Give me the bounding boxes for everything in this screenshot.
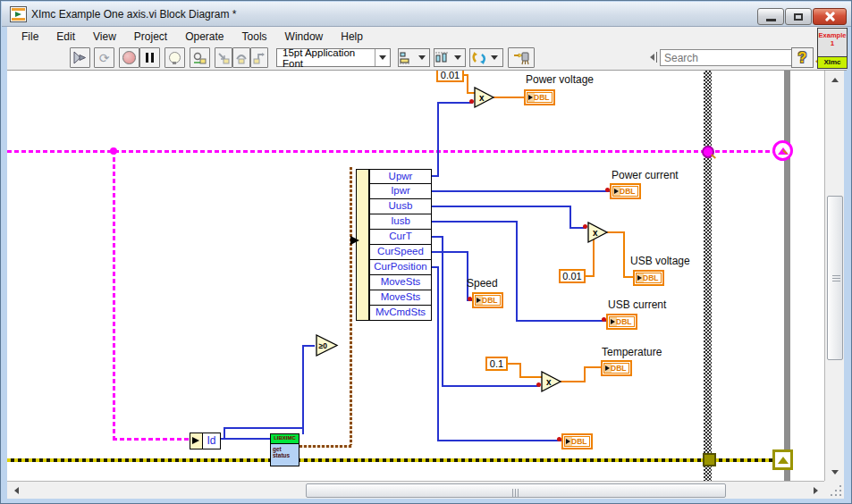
search-input[interactable] xyxy=(661,52,806,64)
menu-help[interactable]: Help xyxy=(332,29,372,45)
wire-usb-scale[interactable] xyxy=(593,239,595,277)
wire-usb-voltage-out[interactable] xyxy=(623,276,633,278)
wire-error-olive[interactable] xyxy=(7,458,776,462)
wire-curspeed[interactable] xyxy=(432,251,468,253)
constant-usb-scale[interactable]: 0.01 xyxy=(559,269,586,283)
menu-tools[interactable]: Tools xyxy=(233,29,276,45)
wire-device-id[interactable] xyxy=(302,345,315,347)
horizontal-scrollbar-thumb[interactable] xyxy=(306,483,726,498)
magenta-tunnel[interactable] xyxy=(702,146,714,158)
wire-ipwr[interactable] xyxy=(432,190,610,192)
wire-power-scale[interactable] xyxy=(467,74,468,94)
indicator-label[interactable]: Power current xyxy=(612,169,679,181)
wire-device-id[interactable] xyxy=(302,345,304,434)
unbundle-field[interactable]: CurT xyxy=(369,230,432,245)
menu-edit[interactable]: Edit xyxy=(47,29,84,45)
indicator-temperature[interactable]: DBL xyxy=(601,360,632,376)
unbundle-field[interactable]: Ipwr xyxy=(369,184,432,199)
shift-register-magenta[interactable] xyxy=(772,140,793,161)
unbundle-field[interactable]: MvCmdSts xyxy=(369,306,432,321)
maximize-button[interactable] xyxy=(785,8,812,25)
unbundle-field-id[interactable]: Id xyxy=(203,433,221,449)
libximc-get-status-subvi[interactable]: LIBXIMC get status xyxy=(270,433,299,466)
wire-curposition[interactable] xyxy=(437,266,439,441)
indicator-usb-current[interactable]: DBL xyxy=(606,314,637,330)
unbundle-by-name-node[interactable]: Upwr Ipwr Uusb Iusb CurT CurSpeed CurPos… xyxy=(356,169,432,321)
unbundle-field[interactable]: Upwr xyxy=(369,169,432,184)
menu-window[interactable]: Window xyxy=(276,29,333,45)
highlight-execution-button[interactable] xyxy=(164,47,185,68)
wire-curspeed[interactable] xyxy=(467,251,468,301)
scroll-right-button[interactable] xyxy=(808,483,822,498)
wire-uusb[interactable] xyxy=(569,206,571,229)
retain-wire-values-button[interactable] xyxy=(190,47,210,68)
indicator-usb-voltage[interactable]: DBL xyxy=(633,270,664,286)
multiply-node[interactable]: x xyxy=(473,87,495,109)
olive-tunnel[interactable] xyxy=(703,453,716,466)
run-button[interactable] xyxy=(70,47,90,68)
indicator-label[interactable]: Temperature xyxy=(602,346,662,358)
constant-power-scale[interactable]: 0.01 xyxy=(436,71,464,82)
multiply-node[interactable]: x xyxy=(540,371,562,393)
constant-temp-scale[interactable]: 0.1 xyxy=(485,357,508,371)
menu-project[interactable]: Project xyxy=(125,29,176,45)
horizontal-scrollbar[interactable] xyxy=(7,481,824,499)
multiply-node[interactable]: x xyxy=(586,222,609,244)
help-button[interactable]: ? xyxy=(791,47,814,68)
run-continuous-button[interactable]: ⟳ xyxy=(94,47,114,68)
vi-icon-badge[interactable]: Example 1 XImc xyxy=(817,28,848,69)
align-objects-dropdown[interactable] xyxy=(398,48,430,67)
scroll-left-button[interactable] xyxy=(9,483,23,498)
indicator-label[interactable]: Power voltage xyxy=(526,73,594,86)
close-button[interactable] xyxy=(813,8,847,25)
vertical-scrollbar[interactable] xyxy=(824,71,844,481)
wire-temperature-out[interactable] xyxy=(561,381,586,382)
wire-usb-voltage-out[interactable] xyxy=(607,231,625,233)
menu-file[interactable]: File xyxy=(13,29,47,45)
indicator-label[interactable]: USB voltage xyxy=(630,255,690,267)
wire-iusb[interactable] xyxy=(516,320,606,322)
indicator-position[interactable]: DBL xyxy=(561,433,593,449)
wire-power-voltage-out[interactable] xyxy=(493,97,524,98)
unbundle-id-node[interactable]: Id xyxy=(190,433,221,449)
resize-grip[interactable] xyxy=(824,481,844,499)
step-into-button[interactable] xyxy=(215,47,232,68)
wire-temperature-out[interactable] xyxy=(584,366,601,368)
wire-uusb[interactable] xyxy=(432,206,571,207)
scroll-up-button[interactable] xyxy=(827,72,843,87)
unbundle-field[interactable]: MoveSts xyxy=(369,290,432,306)
unbundle-field[interactable]: MoveSts xyxy=(369,275,432,290)
block-diagram-canvas[interactable]: 0.01 0.01 0.1 x x x ≥0 Power voltage Pow… xyxy=(7,71,824,481)
wire-curt[interactable] xyxy=(442,385,540,387)
indicator-speed[interactable]: DBL xyxy=(472,292,503,308)
wire-usb-voltage-out[interactable] xyxy=(623,231,625,278)
title-bar[interactable]: XImc Example One axis.vi Block Diagram * xyxy=(2,2,852,27)
cleanup-diagram-button[interactable] xyxy=(508,47,535,68)
wire-iusb[interactable] xyxy=(432,221,518,223)
wire-device-id[interactable] xyxy=(224,427,225,440)
greater-equal-zero-node[interactable]: ≥0 xyxy=(315,334,339,357)
step-over-button[interactable] xyxy=(232,47,250,68)
abort-button[interactable] xyxy=(119,47,139,68)
wire-upwr[interactable] xyxy=(437,102,473,104)
wire-device-id[interactable] xyxy=(219,438,270,440)
sequence-structure-border[interactable] xyxy=(704,71,712,481)
toolbar-collapse-icon[interactable] xyxy=(650,54,654,61)
indicator-label[interactable]: Speed xyxy=(467,277,498,290)
wire-cluster-magenta[interactable] xyxy=(113,438,191,441)
unbundle-input-strip[interactable] xyxy=(356,169,369,321)
indicator-label[interactable]: USB current xyxy=(608,298,666,311)
wire-curposition[interactable] xyxy=(437,440,561,441)
reorder-objects-dropdown[interactable] xyxy=(469,48,503,67)
menu-view[interactable]: View xyxy=(84,29,125,45)
wire-curt[interactable] xyxy=(442,236,443,387)
unbundle-field[interactable]: CurSpeed xyxy=(369,245,432,260)
unbundle-field[interactable]: CurPosition xyxy=(369,260,432,275)
wire-status-cluster[interactable] xyxy=(350,167,352,447)
scroll-down-button[interactable] xyxy=(827,465,843,479)
unbundle-field[interactable]: Iusb xyxy=(369,214,432,230)
wire-upwr[interactable] xyxy=(437,103,439,177)
wire-cluster-magenta[interactable] xyxy=(113,150,115,441)
vertical-scrollbar-thumb[interactable] xyxy=(827,196,843,360)
wire-iusb[interactable] xyxy=(516,221,518,322)
